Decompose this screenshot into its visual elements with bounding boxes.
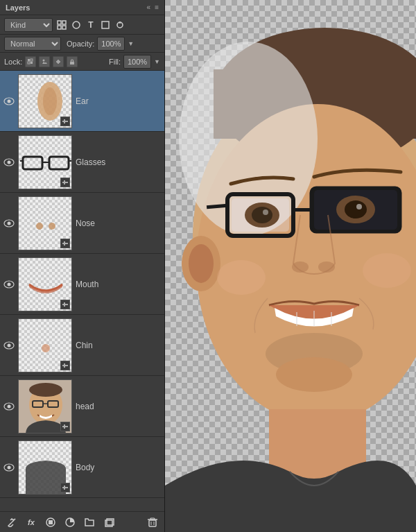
- opacity-label: Opacity:: [67, 40, 94, 48]
- layer-thumb-mouth: [18, 257, 72, 311]
- svg-rect-26: [64, 119, 65, 123]
- svg-rect-57: [64, 302, 65, 307]
- layer-item-body[interactable]: Body: [0, 437, 164, 498]
- svg-point-127: [345, 200, 367, 218]
- lock-all-icon[interactable]: [67, 56, 78, 67]
- svg-rect-84: [64, 486, 65, 490]
- visibility-eye-body[interactable]: [0, 437, 18, 497]
- layer-item-nose[interactable]: Nose: [0, 193, 164, 254]
- svg-rect-3: [62, 26, 66, 29]
- svg-point-18: [8, 99, 11, 103]
- layers-panel: Layers « ≡ Kind: [0, 0, 165, 532]
- layer-link-ear: [60, 117, 70, 126]
- svg-point-106: [189, 244, 214, 283]
- blend-mode-select[interactable]: Normal: [4, 37, 61, 51]
- svg-rect-91: [149, 520, 156, 526]
- pixel-filter-icon[interactable]: [55, 19, 68, 31]
- panel-header-icons: « ≡: [147, 3, 159, 11]
- shape-filter-icon[interactable]: [99, 19, 112, 31]
- lock-label: Lock:: [4, 58, 22, 66]
- layer-thumb-nose: [18, 196, 72, 250]
- visibility-eye-chin[interactable]: [0, 315, 18, 375]
- link-layers-button[interactable]: [4, 515, 19, 530]
- svg-rect-1: [62, 21, 66, 24]
- svg-point-119: [276, 357, 352, 392]
- svg-point-4: [73, 22, 80, 28]
- visibility-eye-head[interactable]: [0, 376, 18, 436]
- panel-title: Layers: [6, 3, 30, 12]
- layer-item-ear[interactable]: Ear: [0, 71, 164, 132]
- layer-name-chin: Chin: [76, 341, 164, 350]
- svg-point-122: [363, 253, 411, 288]
- type-filter-icon[interactable]: T: [85, 19, 97, 31]
- fill-input[interactable]: [123, 55, 151, 69]
- lock-position-icon[interactable]: [53, 56, 64, 67]
- svg-point-78: [8, 465, 11, 469]
- svg-rect-111: [293, 208, 311, 212]
- svg-rect-5: [102, 22, 109, 28]
- svg-point-47: [49, 223, 55, 230]
- kind-icons: T: [55, 19, 126, 31]
- opacity-input[interactable]: [97, 37, 125, 51]
- visibility-eye-mouth[interactable]: [0, 254, 18, 314]
- kind-row: Kind T: [0, 15, 164, 35]
- layer-name-body: Body: [76, 463, 164, 472]
- svg-rect-8: [28, 59, 30, 61]
- svg-rect-10: [28, 62, 30, 64]
- lock-image-icon[interactable]: [39, 56, 50, 67]
- layer-link-mouth: [60, 300, 70, 309]
- layer-link-head: [60, 422, 70, 431]
- lock-icons: [25, 56, 78, 67]
- kind-select[interactable]: Kind: [4, 18, 53, 32]
- layer-item-mouth[interactable]: Mouth: [0, 254, 164, 315]
- layer-name-glasses: Glasses: [76, 157, 164, 167]
- lock-transparency-icon[interactable]: [25, 56, 36, 67]
- svg-rect-87: [49, 520, 53, 524]
- bottom-toolbar: fx: [0, 511, 164, 532]
- fill-arrow-icon: ▼: [154, 58, 160, 65]
- svg-point-46: [36, 223, 43, 230]
- svg-point-68: [8, 404, 11, 408]
- lock-row: Lock:: [0, 53, 164, 71]
- layer-item-head[interactable]: head: [0, 376, 164, 437]
- layer-item-glasses[interactable]: Glasses: [0, 132, 164, 193]
- svg-point-124: [252, 207, 272, 223]
- svg-line-85: [10, 520, 14, 524]
- svg-point-125: [263, 209, 268, 215]
- blend-row: Normal Opacity: ▼: [0, 35, 164, 53]
- layer-link-nose: [60, 239, 70, 248]
- svg-point-24: [43, 87, 57, 115]
- layer-item-chin[interactable]: Chin: [0, 315, 164, 376]
- collapse-icon[interactable]: «: [147, 3, 151, 11]
- svg-point-28: [8, 160, 11, 164]
- create-group-button[interactable]: [82, 515, 97, 530]
- delete-layer-button[interactable]: [145, 515, 160, 530]
- svg-rect-76: [64, 424, 65, 429]
- svg-rect-49: [64, 241, 65, 246]
- layer-thumb-body: [18, 440, 72, 495]
- layer-link-body: [60, 483, 70, 492]
- svg-rect-66: [64, 363, 65, 368]
- svg-point-41: [8, 221, 11, 225]
- layer-name-nose: Nose: [76, 218, 164, 228]
- svg-rect-93: [150, 518, 155, 520]
- layer-thumb-ear: [18, 74, 72, 128]
- create-layer-button[interactable]: [101, 515, 116, 530]
- svg-point-128: [356, 204, 362, 209]
- add-mask-button[interactable]: [43, 515, 58, 530]
- svg-point-51: [8, 282, 11, 286]
- smart-filter-icon[interactable]: [114, 19, 126, 31]
- svg-point-113: [292, 261, 309, 273]
- svg-rect-16: [70, 62, 74, 65]
- visibility-eye-nose[interactable]: [0, 193, 18, 253]
- svg-rect-11: [31, 62, 33, 64]
- adjustment-filter-icon[interactable]: [70, 19, 83, 31]
- add-adjustment-button[interactable]: [62, 515, 78, 530]
- visibility-eye-glasses[interactable]: [0, 132, 18, 192]
- svg-rect-0: [58, 21, 61, 24]
- visibility-eye-ear[interactable]: [0, 71, 18, 131]
- layer-link-chin: [60, 361, 70, 370]
- menu-icon[interactable]: ≡: [155, 3, 159, 11]
- svg-point-59: [8, 343, 11, 347]
- add-style-button[interactable]: fx: [24, 515, 39, 530]
